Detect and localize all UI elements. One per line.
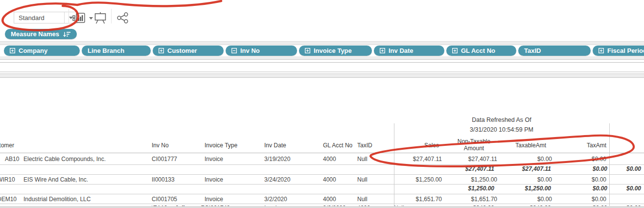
chevron-down-icon	[89, 17, 93, 20]
fit-mode-value: Standard	[14, 14, 64, 22]
pill-customer[interactable]: Customer	[153, 46, 224, 56]
cell-customer: AB10Electric Cable Compounds, Inc.	[0, 156, 152, 162]
pill-gl-acct-no[interactable]: GL Acct No	[446, 46, 516, 56]
pill-label: Inv Date	[389, 47, 414, 54]
cell-invoice-type: Invoice	[205, 156, 264, 162]
presentation-mode-button[interactable]	[94, 12, 107, 24]
cell-non-taxable: $1,250.00	[448, 176, 500, 183]
pill-label: Customer	[167, 47, 197, 54]
table-row: WIR10EIS Wire And Cable, Inc. II000133 I…	[0, 175, 644, 185]
expand-icon[interactable]	[452, 48, 458, 53]
expand-icon[interactable]	[305, 48, 310, 53]
expand-icon[interactable]	[159, 48, 164, 53]
subtotal-row: $1,250.00 $1,250.00 $0.00 $0.00	[0, 185, 644, 194]
cell-non-taxable-subtotal: $1,250.00	[500, 185, 554, 192]
pill-fiscal-period[interactable]: Fiscal Period	[593, 46, 644, 56]
cell-taxid: Null	[357, 156, 394, 162]
pill-inv-no[interactable]: Inv No	[226, 46, 297, 56]
measure-names-pill[interactable]: Measure Names	[5, 29, 77, 39]
pill-label: TaxID	[524, 47, 541, 54]
pill-label: Invoice Type	[314, 47, 352, 54]
cell-gl-acct-no: 4000	[323, 156, 357, 162]
cell-taxableamt-subtotal: $0.00	[554, 185, 609, 192]
expand-icon[interactable]	[380, 48, 385, 53]
crosstab-table: Customer Inv No Invoice Type Inv Date GL…	[0, 138, 644, 208]
sort-descending-icon	[63, 31, 71, 38]
column-header-inv-no: Inv No	[152, 142, 205, 149]
cell-taxableamt: $0.00	[500, 176, 554, 183]
cell-invoice-type: Invoice	[205, 196, 264, 203]
column-header-inv-date: Inv Date	[264, 142, 323, 149]
column-header-gl-acct-no: GL Acct No	[323, 142, 357, 149]
cell-sales: $1,250.00	[394, 176, 448, 183]
presentation-mode-icon	[94, 12, 107, 24]
toolbar-divider	[111, 9, 112, 23]
shelf-divider	[0, 72, 644, 74]
shelf-divider	[0, 62, 644, 63]
cell-non-taxable: $1,651.70	[448, 196, 500, 203]
pill-company[interactable]: Company	[4, 46, 80, 56]
subtotal-row: $27,407.11 $27,407.11 $0.00 $0.00	[0, 165, 644, 175]
pill-label: Inv No	[240, 47, 260, 54]
cell-gl-acct-no: 4000	[323, 176, 357, 183]
cell-sales-subtotal: $1,250.00	[448, 185, 500, 192]
share-icon	[116, 12, 129, 24]
measure-names-label: Measure Names	[11, 30, 59, 38]
column-header-non-taxable: Non-Taxable Amount	[448, 139, 500, 152]
cell-taxid: Null	[357, 176, 394, 183]
shelf-divider	[0, 41, 644, 45]
cell-customer: DEM10Industrial Demolition, LLC	[0, 196, 152, 203]
cell-inv-date: 3/24/2020	[264, 176, 323, 183]
expand-icon[interactable]	[10, 48, 15, 53]
cell-taxableamt: $0.00	[500, 156, 554, 162]
column-header-taxableamt: TaxableAmt	[500, 142, 554, 149]
viewport-bottom-edge	[0, 206, 644, 208]
column-header-taxid: TaxID	[357, 142, 394, 149]
expand-icon[interactable]	[598, 48, 604, 53]
cell-inv-no: CI001777	[152, 156, 205, 162]
cell-gl-acct-no: 4000	[323, 196, 357, 203]
collapse-icon[interactable]	[231, 48, 237, 53]
table-header-row: Customer Inv No Invoice Type Inv Date GL…	[0, 138, 644, 153]
cell-taxamt: $0.00	[554, 156, 609, 162]
data-refreshed-timestamp: 3/31/2020 10:54:59 PM	[394, 126, 609, 133]
cell-invoice-type: Invoice	[205, 176, 264, 183]
show-me-icon	[72, 12, 87, 24]
column-header-taxamt: TaxAmt	[554, 142, 609, 149]
cell-customer: WIR10EIS Wire And Cable, Inc.	[0, 176, 152, 183]
pill-inv-date[interactable]: Inv Date	[374, 46, 444, 56]
share-button[interactable]	[116, 12, 129, 24]
pane-divider	[394, 123, 394, 208]
cell-inv-no: CI001705	[152, 196, 205, 203]
table-row: AB10Electric Cable Compounds, Inc. CI001…	[0, 153, 644, 165]
cell-sales: $1,651.70	[394, 196, 448, 203]
fit-mode-dropdown[interactable]: Standard	[14, 12, 77, 23]
pane-divider	[609, 123, 610, 208]
toolbar-divider	[69, 9, 69, 23]
shelf-divider	[0, 75, 644, 78]
cell-inv-date: 3/2/2020	[264, 196, 323, 203]
shelf-divider	[0, 56, 644, 60]
pill-taxid[interactable]: TaxID	[518, 46, 591, 56]
pill-line-branch[interactable]: Line Branch	[82, 46, 151, 56]
show-me-button[interactable]	[72, 12, 93, 24]
cell-inv-date: 3/19/2020	[264, 156, 323, 162]
pill-invoice-type[interactable]: Invoice Type	[299, 46, 372, 56]
column-header-customer: Customer	[0, 142, 152, 149]
cell-taxableamt: $0.00	[500, 196, 554, 203]
pill-label: Fiscal Period	[607, 47, 644, 54]
pill-label: Company	[19, 47, 47, 54]
cell-taxamt-subtotal: $0.00	[609, 185, 644, 192]
cell-taxamt: $0.00	[554, 176, 609, 183]
column-header-invoice-type: Invoice Type	[205, 142, 264, 149]
cell-sales: $27,407.11	[394, 156, 448, 162]
pill-label: Line Branch	[88, 47, 124, 54]
app-canvas: { "toolbar": { "view_mode": "Standard", …	[0, 0, 644, 208]
data-refreshed-note: Data Refreshed As Of	[394, 116, 609, 123]
table-row: DEM10Industrial Demolition, LLC CI001705…	[0, 194, 644, 204]
shelf-divider	[0, 71, 644, 72]
cell-inv-no: II000133	[152, 176, 205, 183]
column-header-sales: Sales	[394, 142, 448, 149]
cell-sales-subtotal: $27,407.11	[448, 165, 500, 172]
cell-non-taxable: $27,407.11	[448, 156, 500, 162]
